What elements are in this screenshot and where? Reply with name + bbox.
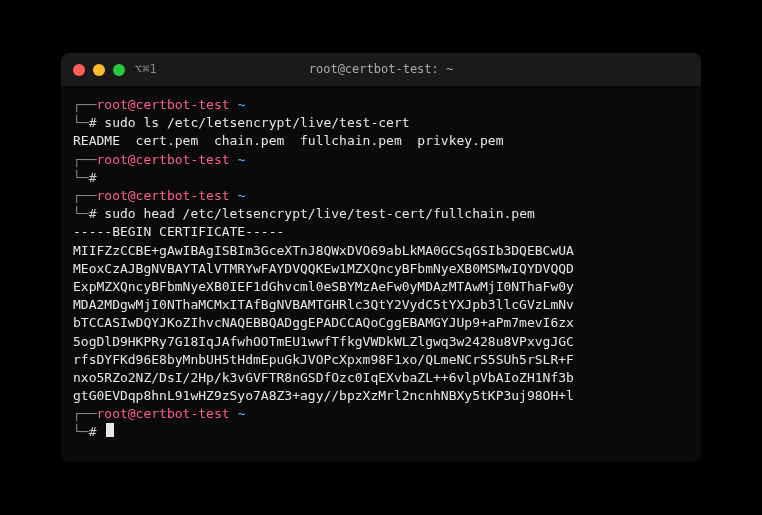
prompt-line: ┌──root@certbot-test ~: [73, 151, 689, 169]
cursor: [106, 423, 114, 437]
prompt-hash: #: [89, 423, 105, 441]
prompt-path: ~: [237, 152, 245, 167]
command-output: README cert.pem chain.pem fullchain.pem …: [73, 132, 689, 150]
maximize-icon[interactable]: [113, 64, 125, 76]
command-line[interactable]: └─#: [73, 169, 689, 187]
command-line[interactable]: └─# sudo head /etc/letsencrypt/live/test…: [73, 205, 689, 223]
prompt-user-host: root@certbot-test: [96, 152, 229, 167]
title-bar[interactable]: ⌥⌘1 root@certbot-test: ~: [61, 53, 701, 86]
prompt-corner: ┌──: [73, 406, 96, 421]
prompt-corner-bottom: └─: [73, 169, 89, 187]
prompt-user-host: root@certbot-test: [96, 188, 229, 203]
prompt-user-host: root@certbot-test: [96, 97, 229, 112]
terminal-window: ⌥⌘1 root@certbot-test: ~ ┌──root@certbot…: [61, 53, 701, 461]
close-icon[interactable]: [73, 64, 85, 76]
command-text: sudo head /etc/letsencrypt/live/test-cer…: [104, 205, 534, 223]
prompt-corner: ┌──: [73, 152, 96, 167]
prompt-line: ┌──root@certbot-test ~: [73, 96, 689, 114]
traffic-lights: [73, 64, 125, 76]
prompt-corner-bottom: └─: [73, 205, 89, 223]
terminal-body[interactable]: ┌──root@certbot-test ~└─# sudo ls /etc/l…: [61, 86, 701, 462]
prompt-path: ~: [237, 97, 245, 112]
command-line[interactable]: └─# sudo ls /etc/letsencrypt/live/test-c…: [73, 114, 689, 132]
prompt-path: ~: [237, 188, 245, 203]
minimize-icon[interactable]: [93, 64, 105, 76]
command-output: -----BEGIN CERTIFICATE----- MIIFZzCCBE+g…: [73, 223, 689, 405]
prompt-hash: #: [89, 205, 105, 223]
prompt-hash: #: [89, 114, 105, 132]
command-line[interactable]: └─#: [73, 423, 689, 441]
window-title: root@certbot-test: ~: [309, 61, 454, 78]
prompt-line: ┌──root@certbot-test ~: [73, 405, 689, 423]
prompt-line: ┌──root@certbot-test ~: [73, 187, 689, 205]
title-meta: ⌥⌘1: [135, 61, 157, 78]
prompt-path: ~: [237, 406, 245, 421]
prompt-hash: #: [89, 169, 105, 187]
prompt-corner-bottom: └─: [73, 423, 89, 441]
prompt-corner: ┌──: [73, 188, 96, 203]
command-text: sudo ls /etc/letsencrypt/live/test-cert: [104, 114, 409, 132]
prompt-corner-bottom: └─: [73, 114, 89, 132]
prompt-user-host: root@certbot-test: [96, 406, 229, 421]
prompt-corner: ┌──: [73, 97, 96, 112]
